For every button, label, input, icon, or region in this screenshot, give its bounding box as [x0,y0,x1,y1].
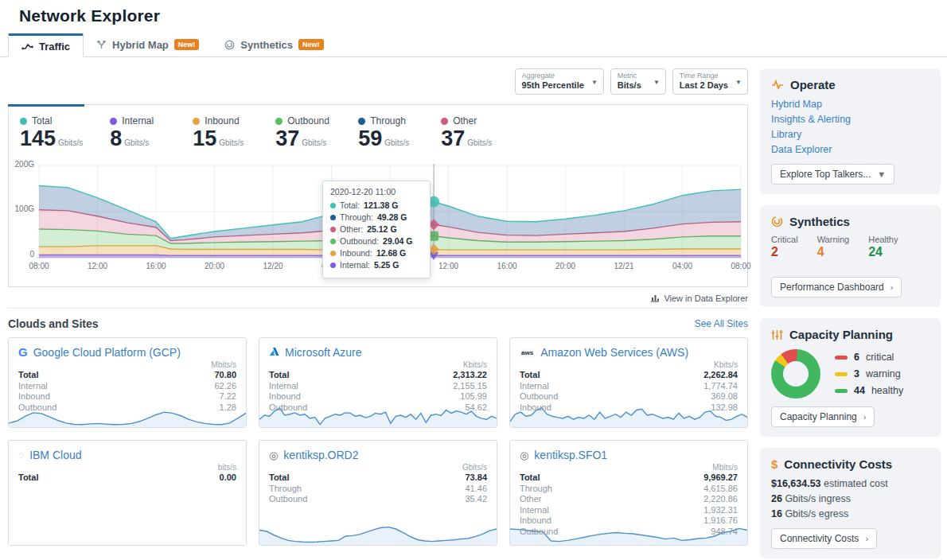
cost-value: $16,634.53 [771,478,821,489]
stat-other[interactable]: Other37Gbits/s [441,115,497,155]
tooltip-row: Outbound: 29.04 G [330,235,423,247]
stat-total[interactable]: Total145Gbits/s [20,115,83,155]
view-link-label: View in Data Explorer [664,294,748,303]
view-in-data-explorer-link[interactable]: View in Data Explorer [8,289,748,309]
chevron-right-icon: › [890,282,894,292]
tooltip-row: Other: 25.12 G [330,224,423,235]
metric-row-inbound: Inbound105.99 [269,391,487,402]
series-color-dot [441,118,448,125]
x-axis-tick: 20:00 [205,262,224,270]
site-card-title: kentiksp.ORD2 [283,449,358,461]
cost-line-gbits-s-ingress: 26 Gbits/s ingress [771,492,929,507]
capacity-donut-chart [771,349,820,399]
site-card-ibm-cloud: ◌IBM Cloudbits/sTotal0.00 [8,440,247,546]
x-axis-tick: 16:00 [497,262,516,270]
performance-dashboard-button[interactable]: Performance Dashboard › [771,277,902,298]
stat-unit: Gbits/s [467,138,492,147]
stat-value: 59Gbits/s [358,126,414,155]
cost-line-gbits-s-egress: 16 Gbits/s egress [771,507,929,522]
series-color-dot [275,118,283,125]
tooltip-series-name: Outbound: [340,235,379,247]
metric-label: Outbound [269,494,307,505]
stat-label-text: Other [453,115,477,126]
metric-select[interactable]: Metric Bits/s ▼ [610,68,666,95]
see-all-sites-link[interactable]: See All Sites [695,318,748,329]
time-range-select[interactable]: Time Range Last 2 Days ▼ [672,68,748,95]
stat-label: Total [20,115,83,126]
stat-internal[interactable]: Internal8Gbits/s [110,115,166,155]
site-card-title: Amazon Web Services (AWS) [540,346,688,359]
operate-link-hybrid-map[interactable]: Hybrid Map [771,97,929,112]
stat-inbound[interactable]: Inbound15Gbits/s [193,115,248,155]
series-color-dot [330,262,336,268]
clouds-and-sites-grid: GGoogle Cloud Platform (GCP)Mbits/sTotal… [8,337,748,546]
tooltip-row: Total: 121.38 G [330,200,423,212]
time-range-value: Last 2 Days [680,80,728,91]
traffic-content: Aggregate 95th Percentile ▼ Metric Bits/… [8,68,748,560]
operate-link-library[interactable]: Library [771,127,929,142]
metric-label: Inbound [18,391,50,402]
metric-label: Total [520,370,540,381]
explore-top-talkers-dropdown[interactable]: Explore Top Talkers... ▼ [771,164,894,185]
site-card-title-link[interactable]: GGoogle Cloud Platform (GCP) [18,346,236,359]
x-axis-tick: 12/20 [263,262,283,270]
capacity-planning-button[interactable]: Capacity Planning › [771,406,875,427]
metric-label: Internal [269,381,298,392]
chevron-down-icon: ▼ [653,78,660,85]
tooltip-series-name: Internal: [340,259,370,271]
tab-hybrid-map-label: Hybrid Map [112,39,169,51]
stat-value: 15Gbits/s [193,126,248,155]
site-card-amazon-web-services-aws-: awsAmazon Web Services (AWS)Kbits/sTotal… [509,337,748,428]
metric-row-through: Through4,615.86 [520,484,738,495]
metric-label: Total [520,472,540,484]
tooltip-series-value: 121.38 G [364,200,398,212]
button-label: Capacity Planning [780,411,857,422]
dropdown-label: Explore Top Talkers... [780,169,871,180]
legend-count: 6 [854,352,859,363]
metric-label: Total [269,370,289,381]
site-card-title-link[interactable]: ◎kentiksp.SFO1 [520,449,738,461]
stat-through[interactable]: Through59Gbits/s [358,115,414,155]
stat-outbound[interactable]: Outbound37Gbits/s [275,115,331,155]
synthetics-stat-healthy: Healthy24 [868,235,898,259]
metric-row-inbound: Inbound132.98 [520,402,738,414]
stat-unit: Gbits/s [302,138,326,147]
synthetics-stat-value: 24 [868,245,898,259]
site-card-title-link[interactable]: ◎kentiksp.ORD2 [269,449,487,461]
cost-line-estimated-cost: $16,634.53 estimated cost [771,476,929,492]
aggregate-select[interactable]: Aggregate 95th Percentile ▼ [515,68,604,95]
capacity-legend-warning: 3warning [835,368,903,379]
stat-value: 37Gbits/s [441,126,497,155]
chevron-down-icon: ▼ [591,78,598,85]
metric-value: 73.84 [465,472,487,484]
operate-link-insights-alerting[interactable]: Insights & Alerting [771,112,929,127]
site-card-title: IBM Cloud [29,449,81,461]
legend-color-dash [835,372,848,376]
series-color-dot [358,118,365,125]
synthetics-stat-label: Critical [771,235,798,244]
stat-value: 8Gbits/s [110,126,166,155]
site-card-title-link[interactable]: awsAmazon Web Services (AWS) [520,346,738,359]
bar-chart-icon [650,294,660,304]
tooltip-row: Inbound: 12.68 G [330,247,423,259]
chevron-down-icon: ▼ [735,78,742,85]
tooltip-series-name: Other: [340,224,363,235]
tab-synthetics[interactable]: Synthetics New! [212,33,336,56]
site-card-title-link[interactable]: ◌IBM Cloud [18,449,236,461]
site-card-unit: Mbits/s [18,360,236,370]
tab-hybrid-map[interactable]: Hybrid Map New! [84,33,212,56]
stat-label-text: Outbound [287,115,329,126]
connectivity-costs-button[interactable]: Connectivity Costs › [771,528,877,549]
tab-traffic[interactable]: Traffic [8,33,84,57]
x-axis-tick: 12/21 [614,262,633,270]
synthetics-panel: Synthetics Critical2Warning4Healthy24 Pe… [760,205,941,307]
operate-link-data-explorer[interactable]: Data Explorer [771,142,929,158]
site-card-google-cloud-platform-gcp-: GGoogle Cloud Platform (GCP)Mbits/sTotal… [8,337,247,428]
tooltip-row: Internal: 5.25 G [330,259,423,271]
site-card-title-link[interactable]: Microsoft Azure [269,346,487,359]
metric-row-through: Through41.46 [269,484,487,495]
stat-value: 145Gbits/s [20,126,83,155]
x-axis-tick: 08:00 [731,262,750,270]
stat-label: Other [441,115,497,126]
metric-row-outbound: Outbound54.62 [269,402,487,414]
